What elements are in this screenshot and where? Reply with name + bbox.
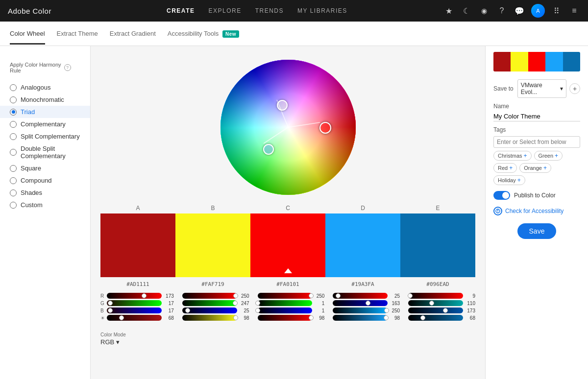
- name-input[interactable]: [493, 112, 580, 121]
- tab-extract-gradient[interactable]: Extract Gradient: [110, 23, 156, 45]
- tag-holiday[interactable]: Holiday+: [493, 175, 525, 185]
- slider-thumb-r-b[interactable]: [233, 293, 238, 298]
- slider-thumb-bright-e[interactable]: [420, 315, 425, 320]
- wheel-handle-d[interactable]: [263, 144, 274, 155]
- tag-holiday-plus: +: [517, 177, 521, 184]
- name-label: Name: [493, 103, 580, 110]
- harmony-shades[interactable]: Shades: [0, 187, 90, 199]
- harmony-compound[interactable]: Compound: [0, 174, 90, 187]
- page-body: Color Wheel Extract Theme Extract Gradie…: [0, 22, 588, 379]
- radio-shades: [10, 190, 17, 196]
- harmony-analogous[interactable]: Analogous: [0, 81, 90, 94]
- user-avatar[interactable]: A: [531, 4, 545, 18]
- slider-thumb-r-a[interactable]: [142, 293, 147, 298]
- harmony-split-complementary-label: Split Complementary: [21, 133, 80, 140]
- wheel-handle-b[interactable]: [277, 100, 288, 111]
- nav-trends[interactable]: TRENDS: [255, 5, 284, 16]
- preview-swatch-b: [511, 52, 528, 71]
- slider-b-b: 25: [176, 308, 249, 313]
- nav-libraries[interactable]: MY LIBRARIES: [297, 5, 347, 16]
- slider-thumb-g-e[interactable]: [429, 301, 434, 306]
- swatch-c[interactable]: [250, 213, 325, 277]
- tag-green-plus: +: [555, 152, 558, 159]
- slider-thumb-g-d[interactable]: [366, 301, 370, 306]
- swatch-active-indicator: [284, 268, 292, 273]
- harmony-square[interactable]: Square: [0, 162, 90, 174]
- chat-icon[interactable]: 💬: [514, 5, 525, 17]
- slider-thumb-r-d[interactable]: [336, 293, 341, 298]
- tab-extract-theme[interactable]: Extract Theme: [57, 23, 98, 45]
- harmony-triad[interactable]: Triad: [0, 106, 90, 118]
- slider-bright-a: ☀ 68: [100, 315, 174, 321]
- swatch-d[interactable]: [325, 213, 400, 277]
- harmony-label: Apply Color Harmony Rule ?: [10, 62, 80, 73]
- slider-thumb-g-c[interactable]: [255, 301, 260, 306]
- slider-r-b: 250: [176, 293, 249, 299]
- color-wheel-container[interactable]: [220, 59, 357, 196]
- apps-icon[interactable]: ⠿: [551, 5, 563, 17]
- tags-input[interactable]: [493, 136, 580, 148]
- swatch-labels: A B C D E: [100, 205, 475, 212]
- tab-accessibility[interactable]: Accessibility Tools New: [168, 23, 239, 45]
- tag-green[interactable]: Green+: [534, 151, 563, 161]
- harmony-custom[interactable]: Custom: [0, 199, 90, 211]
- color-icon[interactable]: ◉: [478, 5, 490, 17]
- slider-thumb-g-b[interactable]: [233, 301, 238, 306]
- slider-thumb-bright-b[interactable]: [233, 315, 238, 320]
- harmony-monochromatic[interactable]: Monochromatic: [0, 94, 90, 106]
- moon-icon[interactable]: ☾: [461, 5, 472, 17]
- left-sidebar: Apply Color Harmony Rule ? Analogous Mon…: [0, 46, 91, 379]
- color-wheel-canvas[interactable]: [220, 59, 357, 196]
- tag-red[interactable]: Red+: [493, 163, 517, 173]
- harmony-help-icon[interactable]: ?: [64, 64, 71, 71]
- add-library-button[interactable]: +: [569, 83, 580, 94]
- tab-color-wheel[interactable]: Color Wheel: [10, 23, 45, 45]
- tag-red-plus: +: [509, 165, 513, 171]
- color-mode-label: Color Mode: [100, 332, 126, 337]
- hex-d: #19A3FA: [325, 281, 400, 287]
- help-icon[interactable]: ?: [496, 5, 508, 17]
- slider-thumb-r-c[interactable]: [309, 293, 314, 298]
- color-mode-select[interactable]: RGB ▾: [100, 338, 126, 346]
- publish-toggle[interactable]: [493, 191, 510, 200]
- tag-orange[interactable]: Orange+: [519, 163, 551, 173]
- radio-custom: [10, 202, 17, 209]
- slider-thumb-b-d[interactable]: [384, 308, 389, 313]
- nav-explore[interactable]: EXPLORE: [208, 5, 241, 16]
- slider-thumb-g-a[interactable]: [108, 301, 113, 306]
- swatch-a[interactable]: [100, 213, 175, 277]
- save-to-select[interactable]: VMware Evol... ▾: [517, 79, 566, 98]
- tag-christmas[interactable]: Christmas+: [493, 151, 532, 161]
- wheel-handle-c[interactable]: [319, 122, 331, 134]
- slider-thumb-bright-c[interactable]: [309, 315, 314, 320]
- sliders-group-e: 9 110 173: [402, 291, 475, 322]
- sliders-group-c: 250 1 1: [251, 291, 325, 322]
- slider-thumb-b-c[interactable]: [255, 308, 260, 313]
- swatch-b[interactable]: [175, 213, 250, 277]
- menu-icon[interactable]: ≡: [568, 5, 580, 17]
- slider-thumb-r-e[interactable]: [408, 293, 413, 298]
- slider-g-a: G 17: [100, 300, 174, 306]
- swatch-e[interactable]: [400, 213, 475, 277]
- slider-thumb-bright-a[interactable]: [119, 315, 124, 320]
- sub-nav: Color Wheel Extract Theme Extract Gradie…: [0, 22, 588, 46]
- radio-compound: [10, 177, 17, 184]
- save-button[interactable]: Save: [517, 223, 557, 239]
- harmony-double-split[interactable]: Double Split Complementary: [0, 142, 90, 162]
- radio-square: [10, 165, 17, 172]
- slider-thumb-b-e[interactable]: [443, 308, 448, 313]
- star-icon[interactable]: ★: [443, 5, 455, 17]
- slider-thumb-b-b[interactable]: [185, 308, 190, 313]
- accessibility-row[interactable]: Check for Accessibility: [493, 207, 580, 215]
- harmony-complementary[interactable]: Complementary: [0, 118, 90, 130]
- slider-thumb-b-a[interactable]: [108, 308, 113, 313]
- preview-swatch-c: [528, 52, 545, 71]
- color-mode-row: Color Mode RGB ▾: [91, 330, 485, 352]
- sliders-group-b: 250 247 25: [176, 291, 249, 322]
- slider-thumb-bright-d[interactable]: [384, 315, 389, 320]
- nav-create[interactable]: CREATE: [167, 5, 195, 16]
- color-mode-chevron: ▾: [116, 338, 120, 346]
- harmony-double-split-label: Double Split Complementary: [21, 145, 80, 160]
- harmony-split-complementary[interactable]: Split Complementary: [0, 130, 90, 142]
- wheel-wrapper: [91, 46, 485, 205]
